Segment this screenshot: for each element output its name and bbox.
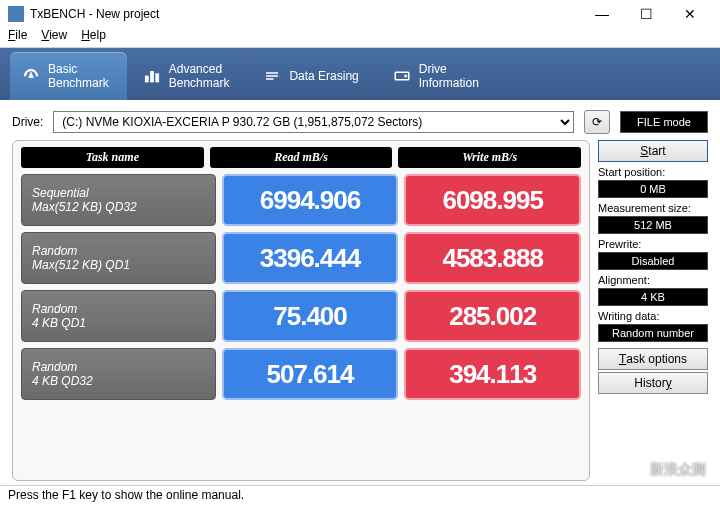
tab-basic-benchmark[interactable]: Basic Benchmark	[10, 52, 127, 100]
read-value: 6994.906	[222, 174, 399, 226]
menu-file[interactable]: File	[8, 28, 27, 47]
results-panel: Task name Read mB/s Write mB/s Sequentia…	[12, 140, 590, 481]
file-mode-button[interactable]: FILE mode	[620, 111, 708, 133]
table-row: Random Max(512 KB) QD1 3396.444 4583.888	[21, 232, 581, 284]
erase-icon	[263, 67, 281, 85]
status-bar: Press the F1 key to show the online manu…	[0, 485, 720, 505]
task-cell[interactable]: Random 4 KB QD32	[21, 348, 216, 400]
writing-data-value[interactable]: Random number	[598, 324, 708, 342]
tab-drive-information[interactable]: Drive Information	[381, 52, 497, 100]
writing-data-label: Writing data:	[598, 310, 708, 322]
refresh-icon: ⟳	[592, 115, 602, 129]
drive-icon	[393, 67, 411, 85]
start-button[interactable]: Start	[598, 140, 708, 162]
tab-data-erasing[interactable]: Data Erasing	[251, 52, 376, 100]
read-value: 507.614	[222, 348, 399, 400]
titlebar: TxBENCH - New project — ☐ ✕	[0, 0, 720, 28]
start-position-value[interactable]: 0 MB	[598, 180, 708, 198]
header-read: Read mB/s	[210, 147, 393, 168]
table-row: Sequential Max(512 KB) QD32 6994.906 609…	[21, 174, 581, 226]
window-title: TxBENCH - New project	[30, 7, 580, 21]
start-position-label: Start position:	[598, 166, 708, 178]
refresh-button[interactable]: ⟳	[584, 110, 610, 134]
svg-rect-2	[155, 74, 158, 82]
write-value: 394.113	[404, 348, 581, 400]
alignment-value[interactable]: 4 KB	[598, 288, 708, 306]
tab-advanced-benchmark[interactable]: Advanced Benchmark	[131, 52, 248, 100]
task-cell[interactable]: Random 4 KB QD1	[21, 290, 216, 342]
prewrite-label: Prewrite:	[598, 238, 708, 250]
tab-label: Basic Benchmark	[48, 62, 109, 90]
task-cell[interactable]: Sequential Max(512 KB) QD32	[21, 174, 216, 226]
task-options-button[interactable]: Task options	[598, 348, 708, 370]
drive-row: Drive: (C:) NVMe KIOXIA-EXCERIA P 930.72…	[0, 100, 720, 140]
minimize-button[interactable]: —	[580, 0, 624, 28]
drive-select[interactable]: (C:) NVMe KIOXIA-EXCERIA P 930.72 GB (1,…	[53, 111, 574, 133]
results-header: Task name Read mB/s Write mB/s	[21, 147, 581, 168]
gauge-icon	[22, 67, 40, 85]
drive-label: Drive:	[12, 115, 43, 129]
app-icon	[8, 6, 24, 22]
svg-rect-0	[145, 76, 148, 82]
write-value: 285.002	[404, 290, 581, 342]
table-row: Random 4 KB QD32 507.614 394.113	[21, 348, 581, 400]
write-value: 6098.995	[404, 174, 581, 226]
menu-help[interactable]: Help	[81, 28, 106, 47]
tab-label: Data Erasing	[289, 69, 358, 83]
menu-view[interactable]: View	[41, 28, 67, 47]
alignment-label: Alignment:	[598, 274, 708, 286]
write-value: 4583.888	[404, 232, 581, 284]
bar-chart-icon	[143, 67, 161, 85]
prewrite-value[interactable]: Disabled	[598, 252, 708, 270]
header-write: Write mB/s	[398, 147, 581, 168]
menubar: File View Help	[0, 28, 720, 48]
maximize-button[interactable]: ☐	[624, 0, 668, 28]
read-value: 75.400	[222, 290, 399, 342]
close-button[interactable]: ✕	[668, 0, 712, 28]
tab-label: Drive Information	[419, 62, 479, 90]
read-value: 3396.444	[222, 232, 399, 284]
svg-rect-1	[150, 72, 153, 83]
tab-label: Advanced Benchmark	[169, 62, 230, 90]
svg-point-4	[404, 75, 406, 77]
header-taskname: Task name	[21, 147, 204, 168]
measurement-size-label: Measurement size:	[598, 202, 708, 214]
table-row: Random 4 KB QD1 75.400 285.002	[21, 290, 581, 342]
tab-bar: Basic Benchmark Advanced Benchmark Data …	[0, 48, 720, 100]
sidebar: Start Start position: 0 MB Measurement s…	[598, 140, 708, 481]
history-button[interactable]: History	[598, 372, 708, 394]
measurement-size-value[interactable]: 512 MB	[598, 216, 708, 234]
task-cell[interactable]: Random Max(512 KB) QD1	[21, 232, 216, 284]
